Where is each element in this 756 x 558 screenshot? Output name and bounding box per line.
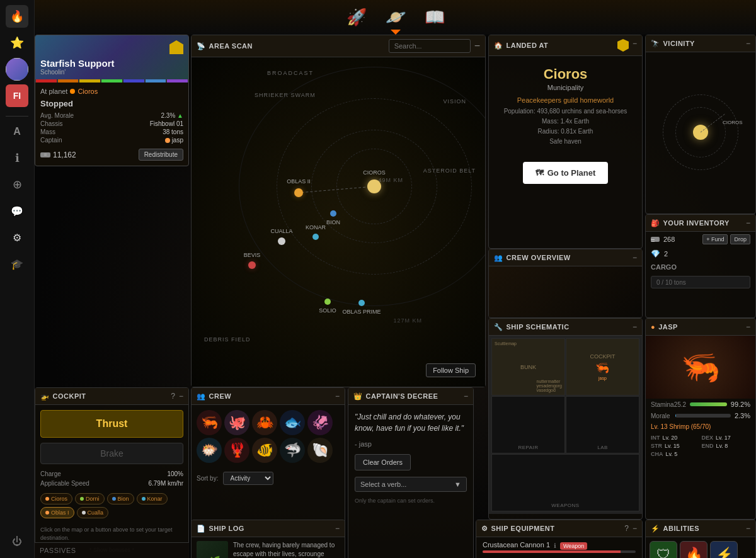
schematic-bunk[interactable]: Scuttlemap BUNK nuttermatteryesadengorgv…	[491, 338, 565, 396]
target-oblas1[interactable]: Oblas I	[40, 507, 74, 518]
crew-member-7[interactable]: 🐠	[252, 438, 277, 463]
fund-button[interactable]: + Fund	[702, 234, 728, 244]
target-buttons: Cioros Dorni Bion Konar Oblas I Cualla	[35, 488, 188, 523]
target-cualla[interactable]: Cualla	[77, 507, 109, 518]
clear-orders-button[interactable]: Clear Orders	[355, 454, 411, 470]
crew-overview-controls: −	[633, 253, 637, 262]
map-area[interactable]: BROADCAST SHRIEKER SWARM VISION ASTEROID…	[192, 57, 485, 387]
crew-minimize[interactable]: −	[335, 392, 340, 401]
sidebar-letter-fi[interactable]: FI	[6, 84, 28, 107]
schematic-weapons[interactable]: WEAPONS	[491, 454, 639, 511]
planet-oblas-prime[interactable]: OBLAS PRIME	[358, 300, 365, 306]
currency-row: = 11,162 Redistribute	[40, 149, 183, 161]
redistribute-button[interactable]: Redistribute	[139, 149, 183, 161]
sidebar-icon-graduate[interactable]: 🎓	[6, 253, 28, 275]
schematic-minimize[interactable]: −	[633, 322, 637, 331]
planet-bion[interactable]: BION	[330, 210, 336, 217]
log-minimize[interactable]: −	[335, 524, 340, 533]
verb-chevron: ▼	[454, 481, 461, 488]
sidebar-icon-discord[interactable]: 💬	[6, 200, 28, 222]
sidebar-icon-power[interactable]: ⏻	[6, 530, 28, 553]
vicinity-minimize[interactable]: −	[746, 39, 750, 48]
target-konar[interactable]: Konar	[137, 493, 168, 504]
cockpit-minimize[interactable]: −	[179, 392, 183, 401]
inventory-icon: 🎒	[651, 219, 660, 227]
target-dorni[interactable]: Dorni	[75, 493, 105, 504]
jasp-panel: ● JASP − 🦐 Stamina 25.2 99.2% Morale 2.3…	[645, 318, 756, 520]
landed-minimize[interactable]: −	[633, 39, 637, 52]
ship-log-title: 📄 SHIP LOG	[197, 525, 244, 533]
sidebar-icon-globe[interactable]: ⊕	[6, 173, 28, 196]
planet-solio[interactable]: SOLIO	[324, 299, 331, 305]
jasp-portrait: 🦐	[646, 336, 755, 399]
jasp-minimize[interactable]: −	[746, 322, 750, 331]
sidebar-icon-star[interactable]: ⭐	[6, 31, 28, 54]
inventory-minimize[interactable]: −	[746, 219, 750, 227]
planet-cioros[interactable]: CIOROS	[367, 179, 381, 193]
nav-rocket-icon[interactable]: 🚀	[346, 8, 367, 27]
ability-1[interactable]: 🔥	[680, 541, 707, 558]
verb-select[interactable]: Select a verb... ▼	[355, 477, 467, 492]
equipment-minimize[interactable]: −	[633, 524, 637, 533]
jasp-morale-row: Morale 2.3%	[646, 410, 755, 421]
crew-member-8[interactable]: 🦈	[280, 438, 305, 463]
player-name: Starfish Support	[40, 58, 115, 69]
sidebar-avatar[interactable]	[6, 58, 28, 81]
cannon-info[interactable]: ℹ	[554, 542, 556, 549]
planet-cualla[interactable]: CUALLA	[278, 237, 285, 245]
ability-2[interactable]: ⚡	[710, 541, 738, 558]
equipment-help[interactable]: ?	[624, 524, 629, 533]
schematic-controls: −	[633, 322, 637, 331]
sidebar-icon-flame[interactable]: 🔥	[6, 5, 28, 28]
player-planet[interactable]: Cioros	[77, 88, 98, 95]
jasp-controls: −	[746, 322, 750, 331]
crew-member-0[interactable]: 🦐	[197, 410, 222, 435]
follow-ship-button[interactable]: Follow Ship	[426, 363, 476, 377]
bunk-crew-names: nuttermatteryesadengorgvasedgod	[537, 379, 562, 392]
schematic-cockpit[interactable]: COCKPIT 🦐 jasp	[566, 338, 639, 396]
cargo-label: CARGO	[646, 261, 755, 273]
planet-oblas2[interactable]: OBLAS II	[294, 188, 303, 197]
decree-minimize[interactable]: −	[464, 392, 468, 401]
crew-member-1[interactable]: 🐙	[224, 410, 249, 435]
crew-overview-minimize[interactable]: −	[633, 253, 637, 262]
jasp-stat-grid: INT Lv. 20 DEX Lv. 17 STR Lv. 15 END Lv.…	[646, 432, 755, 460]
abilities-minimize[interactable]: −	[746, 524, 750, 533]
landed-stats: Population: 493,680 urchins and sea-hors…	[491, 106, 639, 147]
drop-button[interactable]: Drop	[730, 234, 750, 244]
crew-member-5[interactable]: 🐡	[197, 438, 222, 463]
thrust-button[interactable]: Thrust	[40, 410, 183, 438]
crew-sort-select[interactable]: Activity Name Level	[223, 472, 273, 485]
brake-button[interactable]: Brake	[40, 443, 183, 464]
sidebar-icon-info[interactable]: ℹ	[6, 147, 28, 169]
nav-book-icon[interactable]: 📖	[425, 8, 445, 27]
map-close-icon[interactable]: −	[474, 40, 480, 52]
schematic-lab[interactable]: LAB	[566, 396, 639, 453]
map-search-input[interactable]	[389, 39, 471, 53]
crew-member-9[interactable]: 🐚	[307, 438, 333, 463]
vicinity-map: CIOROS	[646, 52, 755, 212]
schematic-repair[interactable]: REPAIR	[491, 396, 565, 453]
ability-0[interactable]: 🛡	[650, 541, 677, 558]
oblas2-label: OBLAS II	[287, 178, 311, 185]
vicinity-svg	[656, 88, 745, 176]
crew-member-6[interactable]: 🦞	[224, 438, 249, 463]
crew-member-4[interactable]: 🦑	[307, 410, 333, 435]
crew-member-2[interactable]: 🦀	[252, 410, 277, 435]
jasp-title-dot: ●	[651, 323, 655, 331]
go-to-planet-button[interactable]: 🗺 Go to Planet	[523, 162, 609, 184]
target-cioros[interactable]: Cioros	[40, 493, 72, 504]
cockpit-help[interactable]: ?	[171, 392, 175, 401]
landed-at-panel: 🏠 LANDED AT − Cioros Municipality Peacek…	[488, 35, 643, 249]
planet-konar[interactable]: KONAR	[312, 234, 319, 240]
target-dot-bion	[112, 497, 116, 501]
planet-bevis[interactable]: BEVIS	[248, 261, 256, 269]
crew-member-3[interactable]: 🐟	[280, 410, 305, 435]
speed-label: Applicable Speed	[40, 480, 89, 487]
morale-label: Avg. Morale	[40, 112, 74, 119]
target-bion[interactable]: Bion	[107, 493, 134, 504]
chassis-val: Fishbowl 01	[150, 120, 183, 127]
sidebar-icon-settings[interactable]: ⚙	[6, 226, 28, 249]
nav-planet-icon[interactable]: 🪐	[386, 8, 406, 27]
sidebar-icon-text[interactable]: A	[6, 120, 28, 143]
